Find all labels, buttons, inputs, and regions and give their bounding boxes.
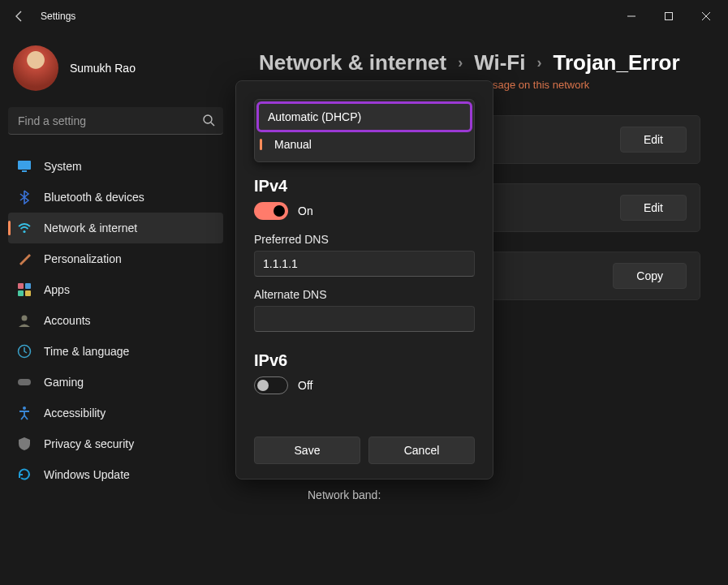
minimize-icon [627,11,636,21]
svg-rect-7 [18,290,24,296]
search-icon [202,114,215,127]
ip-assignment-dropdown[interactable]: Automatic (DHCP) Manual [254,99,475,162]
paintbrush-icon [16,251,32,267]
svg-point-9 [22,316,28,321]
apps-icon [16,282,32,298]
account-header[interactable]: Sumukh Rao [8,41,223,96]
breadcrumb-current: Trojan_Error [553,50,679,75]
sidebar-item-bluetooth-devices[interactable]: Bluetooth & devices [8,182,223,213]
person-icon [16,312,32,329]
dropdown-option-manual[interactable]: Manual [258,131,471,158]
svg-rect-3 [22,170,27,172]
user-name: Sumukh Rao [70,62,136,75]
ipv4-heading: IPv4 [254,177,475,196]
sidebar-item-label: Gaming [44,376,84,389]
ipv6-toggle-label: Off [298,379,312,392]
wifi-icon [16,220,32,236]
breadcrumb: Network & internet › Wi-Fi › Trojan_Erro… [259,50,700,75]
sidebar-item-label: Time & language [44,345,129,358]
dropdown-option-label: Manual [274,138,312,151]
gamepad-icon [16,374,32,390]
window-title: Settings [41,11,75,22]
network-band-label: Network band: [308,488,700,501]
minimize-button[interactable] [613,3,650,29]
preferred-dns-input[interactable] [254,251,475,277]
sidebar-item-label: Apps [44,283,70,296]
maximize-button[interactable] [650,3,687,29]
sidebar-item-label: Personalization [44,252,122,265]
save-button[interactable]: Save [254,437,360,464]
close-icon [701,11,711,21]
cancel-button[interactable]: Cancel [368,437,475,464]
sidebar-item-network-internet[interactable]: Network & internet [8,213,223,243]
ip-settings-dialog: Automatic (DHCP) Manual IPv4 On Preferre… [235,80,493,480]
svg-point-12 [23,406,26,410]
svg-point-4 [23,230,25,233]
search-box[interactable] [8,107,223,135]
selection-accent [260,139,262,150]
ipv4-toggle[interactable] [254,202,288,220]
svg-rect-0 [666,13,673,20]
sidebar: Sumukh Rao SystemBluetooth & devicesNetw… [0,32,231,585]
avatar [13,45,58,91]
edit-button-1[interactable]: Edit [620,127,687,153]
breadcrumb-network[interactable]: Network & internet [259,50,446,75]
dropdown-option-automatic[interactable]: Automatic (DHCP) [258,103,471,131]
svg-rect-2 [18,161,31,170]
sidebar-item-label: Privacy & security [44,437,134,450]
ipv4-toggle-label: On [298,204,313,217]
svg-rect-6 [25,283,31,289]
close-button[interactable] [687,3,725,29]
preferred-dns-label: Preferred DNS [254,233,475,246]
svg-rect-5 [18,283,24,289]
sidebar-item-label: Accessibility [44,406,106,419]
sidebar-item-gaming[interactable]: Gaming [8,367,223,398]
dropdown-option-label: Automatic (DHCP) [268,110,361,123]
nav-list: SystemBluetooth & devicesNetwork & inter… [8,151,223,490]
sidebar-item-label: Bluetooth & devices [44,191,144,204]
edit-button-2[interactable]: Edit [620,195,687,221]
sidebar-item-accessibility[interactable]: Accessibility [8,398,223,428]
sidebar-item-windows-update[interactable]: Windows Update [8,459,223,490]
clock-globe-icon [16,343,32,359]
bluetooth-icon [16,189,32,205]
svg-rect-8 [25,290,31,296]
ipv6-heading: IPv6 [254,351,475,370]
header-subtext: sage on this network [493,79,700,91]
update-icon [16,467,32,483]
sidebar-item-personalization[interactable]: Personalization [8,243,223,274]
ipv6-toggle[interactable] [254,376,288,394]
sidebar-item-label: Network & internet [44,222,137,234]
search-input[interactable] [8,107,223,135]
sidebar-item-time-language[interactable]: Time & language [8,336,223,367]
sidebar-item-privacy-security[interactable]: Privacy & security [8,428,223,459]
sidebar-item-accounts[interactable]: Accounts [8,305,223,336]
chevron-right-icon: › [458,54,463,71]
titlebar: Settings [0,0,728,32]
display-icon [16,158,32,174]
maximize-icon [664,11,674,21]
accessibility-icon [16,405,32,421]
sidebar-item-system[interactable]: System [8,151,223,182]
alternate-dns-input[interactable] [254,306,475,332]
svg-point-1 [204,115,212,123]
sidebar-item-label: System [44,160,82,173]
sidebar-item-apps[interactable]: Apps [8,274,223,305]
back-button[interactable] [3,0,36,32]
arrow-left-icon [13,10,26,23]
alternate-dns-label: Alternate DNS [254,288,475,301]
shield-icon [16,436,32,452]
copy-button[interactable]: Copy [613,263,687,289]
breadcrumb-wifi[interactable]: Wi-Fi [474,50,525,75]
svg-rect-11 [18,379,31,385]
chevron-right-icon: › [536,54,541,71]
sidebar-item-label: Accounts [44,314,91,327]
sidebar-item-label: Windows Update [44,468,130,481]
